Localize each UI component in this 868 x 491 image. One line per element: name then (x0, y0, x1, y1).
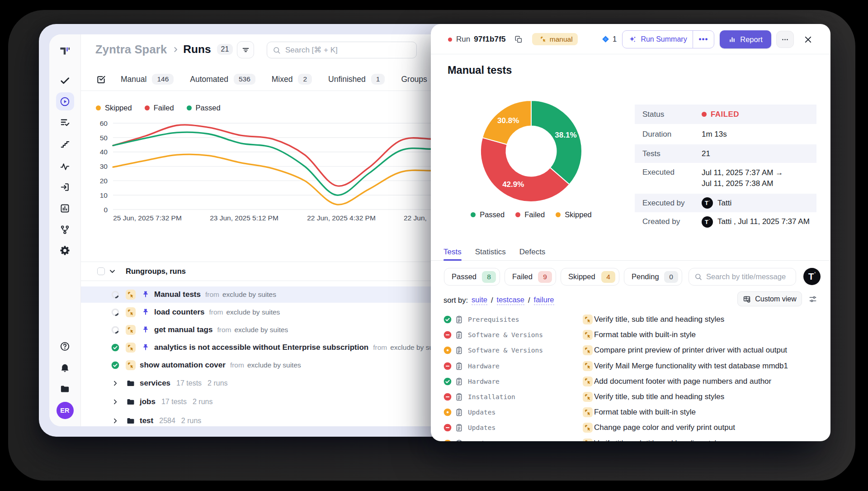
rungroup-name[interactable]: services (140, 379, 170, 388)
chevron-right-icon[interactable] (112, 398, 119, 405)
run-source[interactable]: exclude by suites (234, 326, 288, 334)
test-row[interactable]: UpdatesFormat table with built-in style (431, 405, 830, 420)
filter-chip-skipped[interactable]: Skipped4 (561, 268, 619, 286)
run-name[interactable]: load counters (154, 308, 204, 317)
sidebar-item-analytics[interactable] (57, 200, 73, 216)
filter-chip-passed[interactable]: Passed8 (444, 268, 500, 286)
test-title[interactable]: Verify title, sub title and heading styl… (594, 439, 724, 441)
rungroup-name[interactable]: jobs (140, 397, 156, 406)
test-suite[interactable]: Hardware (468, 362, 500, 370)
test-row[interactable]: InstallationVerify title, sub title and … (431, 389, 830, 405)
tab-manual[interactable]: Manual146 (121, 74, 174, 85)
test-suite[interactable]: Software & Versions (468, 331, 543, 338)
legend-item-failed[interactable]: Failed (145, 104, 174, 112)
test-title[interactable]: Format table with built-in style (594, 408, 696, 417)
tests-search-input[interactable] (706, 272, 790, 281)
filter-chip-pending[interactable]: Pending0 (624, 268, 682, 286)
breadcrumb-page: Runs (183, 43, 211, 56)
test-row[interactable]: HardwareVerify title, sub title and head… (431, 436, 830, 441)
assignee-avatar[interactable]: T' (803, 268, 821, 285)
sort-link-testcase[interactable]: testcase (497, 296, 524, 305)
run-name[interactable]: get manual tags (154, 325, 212, 334)
donut-legend-item-failed[interactable]: Failed (515, 210, 545, 219)
test-title[interactable]: Change page color and verify print outpu… (594, 423, 735, 432)
sidebar-item-plans[interactable] (57, 114, 73, 130)
run-name[interactable]: Manual tests (154, 290, 201, 299)
legend-item-passed[interactable]: Passed (187, 104, 221, 112)
test-row[interactable]: Software & VersionsFormat table with bui… (431, 327, 830, 343)
panel-tabs: TestsStatisticsDefects (431, 244, 830, 261)
sidebar-item-help[interactable] (57, 338, 73, 354)
sidebar-item-tests[interactable] (57, 72, 73, 88)
jira-link[interactable]: 1 (599, 24, 617, 54)
run-name[interactable]: show automation cover (140, 361, 226, 370)
legend-item-skipped[interactable]: Skipped (96, 104, 132, 112)
breadcrumb-project[interactable]: Zyntra Spark (95, 43, 167, 56)
filter-chip-failed[interactable]: Failed9 (505, 268, 556, 286)
run-source[interactable]: exclude by suites (226, 308, 280, 316)
sidebar-item-settings[interactable] (57, 242, 73, 258)
app-logo-icon[interactable] (57, 43, 73, 59)
test-suite[interactable]: Updates (468, 409, 495, 416)
select-all-checkbox[interactable] (97, 267, 105, 275)
sort-link-failure[interactable]: failure (534, 296, 554, 305)
donut-legend-item-skipped[interactable]: Skipped (556, 210, 592, 219)
test-title[interactable]: Verify Mail Merge functionality with tes… (594, 362, 788, 371)
test-suite[interactable]: Software & Versions (468, 347, 543, 354)
test-row[interactable]: PrerequisitesVerify title, sub title and… (431, 312, 830, 327)
chevron-right-icon[interactable] (112, 380, 119, 387)
sliders-icon[interactable] (808, 295, 817, 303)
panel-tab-tests[interactable]: Tests (443, 244, 462, 260)
custom-view-button[interactable]: Custom view (737, 291, 802, 306)
test-title[interactable]: Compare print preview of printer driver … (594, 346, 787, 355)
run-summary-button[interactable]: Run Summary (623, 35, 693, 44)
rungroup-name[interactable]: test (140, 416, 153, 425)
close-panel-button[interactable] (800, 31, 816, 48)
test-suite[interactable]: Updates (468, 424, 495, 431)
test-row[interactable]: HardwareVerify Mail Merge functionality … (431, 358, 830, 374)
tab-mixed[interactable]: Mixed2 (272, 74, 312, 85)
panel-tab-statistics[interactable]: Statistics (475, 244, 506, 260)
sidebar-item-projects[interactable] (57, 381, 73, 397)
sidebar-item-notifications[interactable] (57, 359, 73, 376)
run-name[interactable]: analytics is not accessible without Ente… (154, 343, 368, 352)
filter-button[interactable] (237, 41, 254, 58)
sidebar-item-runs[interactable] (56, 92, 74, 110)
test-row[interactable]: Software & VersionsCompare print preview… (431, 343, 830, 358)
panel-tab-defects[interactable]: Defects (519, 244, 546, 260)
run-summary-more-button[interactable]: ••• (693, 35, 714, 44)
global-search[interactable] (267, 42, 417, 58)
checklist-icon[interactable] (96, 74, 106, 85)
tab-unfinished[interactable]: Unfinished1 (328, 74, 385, 85)
test-title[interactable]: Format table with built-in style (594, 330, 696, 339)
test-row[interactable]: UpdatesChange page color and verify prin… (431, 420, 830, 435)
test-title[interactable]: Verify title, sub title and heading styl… (594, 315, 724, 324)
pin-icon (142, 291, 150, 299)
test-title[interactable]: Add document footer with page numbers an… (594, 377, 771, 386)
run-source[interactable]: exclude by suites (222, 291, 276, 299)
test-suite[interactable]: Prerequisites (468, 316, 519, 323)
chevron-right-icon[interactable] (112, 417, 119, 424)
user-avatar[interactable]: ER (57, 402, 74, 419)
sidebar-item-pulls[interactable] (57, 179, 73, 195)
report-button[interactable]: Report (720, 30, 771, 48)
donut-legend-item-passed[interactable]: Passed (471, 210, 505, 219)
info-label: Tests (635, 144, 702, 163)
test-row[interactable]: HardwareAdd document footer with page nu… (431, 374, 830, 389)
status-value: FAILED (711, 110, 739, 119)
sidebar-item-branches[interactable] (57, 221, 73, 238)
sidebar-item-activity[interactable] (57, 158, 73, 175)
run-source[interactable]: exclude by suites (247, 361, 301, 369)
test-title[interactable]: Verify title, sub title and heading styl… (594, 392, 724, 401)
panel-more-button[interactable] (776, 31, 794, 48)
chevron-down-icon[interactable] (108, 267, 116, 275)
copy-icon[interactable] (514, 35, 523, 43)
test-suite[interactable]: Installation (468, 393, 515, 400)
search-input[interactable] (285, 46, 411, 55)
sidebar-item-milestones[interactable] (57, 135, 73, 152)
tab-automated[interactable]: Automated536 (190, 74, 255, 85)
sort-link-suite[interactable]: suite (472, 296, 487, 305)
test-suite[interactable]: Hardware (468, 440, 500, 441)
test-suite[interactable]: Hardware (468, 378, 500, 385)
tests-search[interactable] (689, 268, 796, 286)
